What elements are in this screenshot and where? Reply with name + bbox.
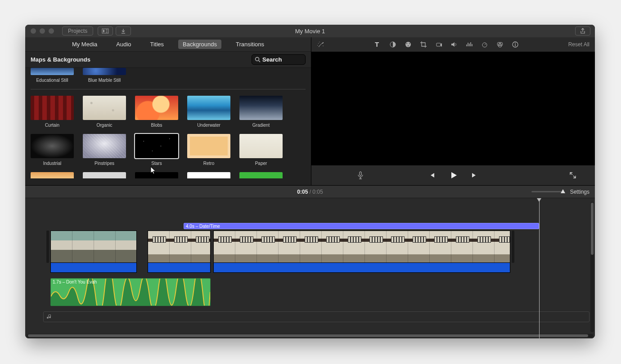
window-controls bbox=[31, 28, 54, 34]
background-item-retro[interactable]: Retro bbox=[187, 134, 230, 166]
browser-header: Maps & Backgrounds bbox=[25, 52, 311, 68]
horizontal-scrollbar[interactable] bbox=[27, 334, 593, 337]
audio-clip[interactable]: 1.7s – Don't You Evah bbox=[50, 278, 211, 306]
crop-icon[interactable] bbox=[419, 40, 428, 49]
time-display: 0:05 / 0:05 bbox=[25, 189, 595, 195]
tab-my-media[interactable]: My Media bbox=[68, 40, 102, 49]
thumbnail bbox=[83, 134, 126, 158]
svg-point-8 bbox=[406, 43, 407, 44]
background-item-educational-still[interactable]: Educational Still bbox=[31, 68, 74, 83]
background-item-industrial[interactable]: Industrial bbox=[31, 134, 74, 166]
viewer-toolbar: T Reset All bbox=[311, 37, 595, 52]
zoom-window-icon[interactable] bbox=[49, 28, 54, 34]
browser-section-title: Maps & Backgrounds bbox=[31, 56, 90, 63]
import-button[interactable] bbox=[98, 27, 113, 36]
info-icon[interactable] bbox=[511, 40, 519, 49]
thumbnail-label: Organic bbox=[96, 123, 112, 128]
minimize-window-icon[interactable] bbox=[40, 28, 45, 34]
svg-point-9 bbox=[409, 43, 410, 44]
search-input[interactable] bbox=[262, 56, 302, 63]
background-item-organic[interactable]: Organic bbox=[83, 96, 126, 128]
stabilization-icon[interactable] bbox=[435, 40, 443, 49]
background-item-hidden-5[interactable] bbox=[239, 172, 283, 178]
share-button[interactable] bbox=[575, 27, 590, 36]
svg-rect-11 bbox=[436, 43, 441, 46]
search-field[interactable] bbox=[252, 54, 306, 65]
clip-edge-handle-left[interactable] bbox=[46, 231, 49, 263]
tab-backgrounds[interactable]: Backgrounds bbox=[178, 40, 221, 49]
thumbnail-label: Gradient bbox=[252, 123, 270, 128]
projects-button[interactable]: Projects bbox=[62, 27, 93, 36]
background-item-hidden-1[interactable] bbox=[31, 172, 74, 178]
vertical-scrollbar[interactable] bbox=[590, 202, 594, 332]
preview-viewport[interactable] bbox=[311, 52, 595, 165]
music-well[interactable] bbox=[43, 311, 590, 322]
thumbnail-label: Paper bbox=[255, 161, 267, 166]
background-item-curtain[interactable]: Curtain bbox=[31, 96, 74, 128]
svg-point-17 bbox=[515, 43, 516, 44]
text-tool-icon[interactable]: T bbox=[374, 40, 382, 49]
divider bbox=[31, 89, 306, 89]
thumbnail bbox=[135, 134, 178, 158]
backgrounds-browser[interactable]: Educational Still Blue Marble Still Curt… bbox=[25, 68, 311, 185]
tab-audio[interactable]: Audio bbox=[112, 40, 135, 49]
color-balance-icon[interactable] bbox=[389, 40, 397, 49]
svg-point-3 bbox=[323, 45, 323, 46]
thumbnail-label: Underwater bbox=[197, 123, 220, 128]
background-item-hidden-3[interactable] bbox=[135, 172, 178, 178]
transport-controls bbox=[311, 165, 595, 185]
next-button[interactable] bbox=[471, 171, 479, 179]
tab-titles[interactable]: Titles bbox=[146, 40, 169, 49]
thumbnail bbox=[31, 96, 74, 120]
svg-point-2 bbox=[256, 58, 259, 61]
clip-edge-handle-right[interactable] bbox=[512, 231, 514, 263]
timeline[interactable]: 4.0s – Date/Time 1.7s – Don't You Evah bbox=[25, 198, 595, 338]
thumbnail-label: Pinstripes bbox=[94, 161, 114, 166]
speed-icon[interactable] bbox=[481, 40, 489, 49]
prev-button[interactable] bbox=[428, 171, 436, 179]
thumbnail bbox=[135, 96, 178, 120]
background-item-blobs[interactable]: Blobs bbox=[135, 96, 178, 128]
download-button[interactable] bbox=[116, 27, 131, 36]
thumbnail-label: Blue Marble Still bbox=[88, 78, 121, 83]
projects-label: Projects bbox=[68, 28, 87, 34]
background-item-stars[interactable]: Stars bbox=[135, 134, 178, 166]
background-item-gradient[interactable]: Gradient bbox=[239, 96, 283, 128]
tab-transitions[interactable]: Transitions bbox=[231, 40, 269, 49]
svg-rect-18 bbox=[515, 44, 516, 46]
enhance-icon[interactable] bbox=[317, 40, 325, 49]
play-button[interactable] bbox=[449, 171, 457, 179]
color-correction-icon[interactable] bbox=[404, 40, 412, 49]
svg-rect-1 bbox=[103, 30, 104, 32]
imovie-window: Projects My Movie 1 My Media Audio Title… bbox=[25, 25, 595, 338]
settings-button[interactable]: Settings bbox=[570, 189, 590, 195]
zoom-slider[interactable] bbox=[531, 191, 563, 192]
thumbnail bbox=[239, 134, 283, 158]
thumbnail bbox=[187, 134, 230, 158]
thumbnail-label: Curtain bbox=[45, 123, 59, 128]
zoom-control[interactable]: Settings bbox=[531, 189, 590, 195]
playhead[interactable] bbox=[539, 199, 540, 338]
fullscreen-icon[interactable] bbox=[569, 171, 577, 179]
background-item-blue-marble-still[interactable]: Blue Marble Still bbox=[83, 68, 126, 83]
svg-point-7 bbox=[405, 42, 411, 47]
zoom-thumb-icon[interactable] bbox=[560, 189, 566, 194]
background-item-pinstripes[interactable]: Pinstripes bbox=[83, 134, 126, 166]
noise-reduction-icon[interactable] bbox=[465, 40, 473, 49]
background-item-hidden-4[interactable] bbox=[187, 172, 230, 178]
background-item-underwater[interactable]: Underwater bbox=[187, 96, 230, 128]
video-clip-1[interactable] bbox=[50, 231, 137, 273]
music-note-icon bbox=[46, 314, 53, 320]
background-item-paper[interactable]: Paper bbox=[239, 134, 283, 166]
volume-icon[interactable] bbox=[450, 40, 458, 49]
library-tabs: My Media Audio Titles Backgrounds Transi… bbox=[25, 37, 311, 52]
close-window-icon[interactable] bbox=[31, 28, 36, 34]
reset-all-button[interactable]: Reset All bbox=[568, 41, 590, 48]
video-clip-2[interactable] bbox=[148, 231, 211, 273]
filter-icon[interactable] bbox=[496, 40, 504, 49]
video-clip-3[interactable] bbox=[213, 231, 510, 273]
search-icon bbox=[255, 57, 261, 62]
background-item-hidden-2[interactable] bbox=[83, 172, 126, 178]
title-clip[interactable]: 4.0s – Date/Time bbox=[184, 223, 539, 229]
voiceover-icon[interactable] bbox=[356, 171, 364, 179]
